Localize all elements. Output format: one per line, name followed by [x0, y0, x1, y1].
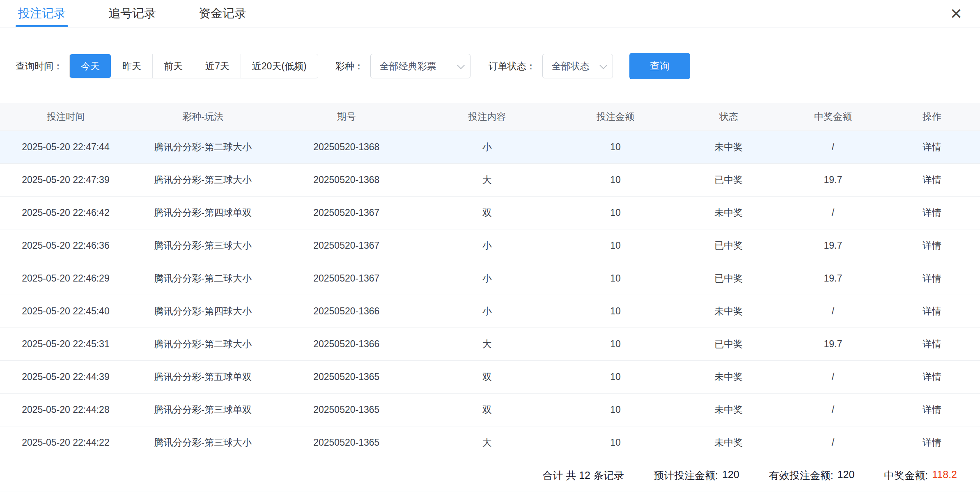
status-cell: 未中奖	[675, 393, 782, 426]
header-game-play: 彩种-玩法	[131, 103, 275, 131]
bet-amount-cell: 10	[555, 393, 675, 426]
close-icon[interactable]: ×	[950, 4, 962, 23]
time-option-last20days[interactable]: 近20天(低频)	[241, 54, 318, 78]
header-bet-amount: 投注金额	[555, 103, 675, 131]
header-bet-content: 投注内容	[418, 103, 555, 131]
issue-cell: 20250520-1366	[274, 328, 418, 360]
bet-amount-cell: 10	[555, 328, 675, 360]
valid-bet-total: 有效投注金额: 120	[769, 469, 855, 482]
status-cell: 未中奖	[675, 426, 782, 459]
time-option-day-before[interactable]: 前天	[152, 54, 194, 78]
lottery-select-value: 全部经典彩票	[380, 60, 436, 73]
bet-time-cell: 2025-05-20 22:46:36	[0, 229, 131, 262]
time-option-last7days[interactable]: 近7天	[194, 54, 241, 78]
lottery-select[interactable]: 全部经典彩票	[370, 54, 470, 78]
table-row: 2025-05-20 22:46:36 腾讯分分彩-第三球大小 20250520…	[0, 229, 980, 262]
chevron-down-icon	[457, 62, 464, 69]
tab-bet-records[interactable]: 投注记录	[16, 0, 68, 27]
detail-link[interactable]: 详情	[884, 196, 980, 229]
table-row: 2025-05-20 22:44:22 腾讯分分彩-第三球大小 20250520…	[0, 426, 980, 459]
bet-amount-cell: 10	[555, 426, 675, 459]
time-option-yesterday[interactable]: 昨天	[111, 54, 152, 78]
valid-bet-total-value: 120	[838, 469, 855, 482]
bet-content-cell: 小	[418, 229, 555, 262]
status-cell: 已中奖	[675, 328, 782, 360]
detail-link[interactable]: 详情	[884, 131, 980, 163]
tab-chase-records-label: 追号记录	[108, 5, 156, 22]
bet-time-cell: 2025-05-20 22:44:28	[0, 393, 131, 426]
issue-cell: 20250520-1368	[274, 163, 418, 196]
detail-link[interactable]: 详情	[884, 163, 980, 196]
bet-time-cell: 2025-05-20 22:47:39	[0, 163, 131, 196]
tab-fund-records[interactable]: 资金记录	[196, 0, 249, 27]
detail-link[interactable]: 详情	[884, 229, 980, 262]
status-cell: 已中奖	[675, 163, 782, 196]
totals-bar: 合计 共 12 条记录 预计投注金额: 120 有效投注金额: 120 中奖金额…	[0, 459, 980, 492]
header-win-amount: 中奖金额	[782, 103, 884, 131]
issue-cell: 20250520-1365	[274, 360, 418, 393]
win-amount-cell: /	[782, 360, 884, 393]
detail-link[interactable]: 详情	[884, 360, 980, 393]
win-amount-cell: /	[782, 393, 884, 426]
bet-amount-cell: 10	[555, 163, 675, 196]
bet-records-panel: 投注记录 追号记录 资金记录 × 查询时间： 今天 昨天 前天 近7天 近20天…	[0, 0, 980, 492]
win-amount-cell: 19.7	[782, 262, 884, 295]
bet-time-cell: 2025-05-20 22:45:40	[0, 295, 131, 328]
status-cell: 未中奖	[675, 131, 782, 163]
bet-content-cell: 小	[418, 131, 555, 163]
win-amount-cell: /	[782, 196, 884, 229]
header-status: 状态	[675, 103, 782, 131]
status-cell: 已中奖	[675, 262, 782, 295]
bet-content-cell: 双	[418, 196, 555, 229]
game-play-cell: 腾讯分分彩-第二球大小	[131, 262, 275, 295]
bet-amount-cell: 10	[555, 131, 675, 163]
chevron-down-icon	[599, 62, 607, 69]
bet-time-cell: 2025-05-20 22:45:31	[0, 328, 131, 360]
expected-bet-total: 预计投注金额: 120	[654, 469, 739, 482]
tab-chase-records[interactable]: 追号记录	[106, 0, 158, 27]
table-body: 2025-05-20 22:47:44 腾讯分分彩-第二球大小 20250520…	[0, 131, 980, 459]
table-row: 2025-05-20 22:47:44 腾讯分分彩-第二球大小 20250520…	[0, 131, 980, 163]
game-play-cell: 腾讯分分彩-第三球单双	[131, 393, 275, 426]
win-amount-cell: /	[782, 131, 884, 163]
status-cell: 已中奖	[675, 229, 782, 262]
win-amount-cell: 19.7	[782, 163, 884, 196]
table-row: 2025-05-20 22:45:31 腾讯分分彩-第二球大小 20250520…	[0, 328, 980, 360]
bet-time-cell: 2025-05-20 22:46:29	[0, 262, 131, 295]
game-play-cell: 腾讯分分彩-第二球大小	[131, 328, 275, 360]
time-option-today[interactable]: 今天	[70, 54, 111, 78]
time-filter-label: 查询时间：	[16, 60, 63, 73]
expected-bet-total-label: 预计投注金额:	[654, 469, 718, 482]
bet-time-cell: 2025-05-20 22:44:39	[0, 360, 131, 393]
game-play-cell: 腾讯分分彩-第五球单双	[131, 360, 275, 393]
header-issue: 期号	[274, 103, 418, 131]
bet-time-cell: 2025-05-20 22:46:42	[0, 196, 131, 229]
tab-bet-records-label: 投注记录	[18, 5, 66, 22]
table-row: 2025-05-20 22:44:39 腾讯分分彩-第五球单双 20250520…	[0, 360, 980, 393]
issue-cell: 20250520-1367	[274, 262, 418, 295]
bet-time-cell: 2025-05-20 22:47:44	[0, 131, 131, 163]
win-total-value: 118.2	[932, 469, 957, 482]
query-button[interactable]: 查询	[629, 53, 690, 79]
status-cell: 未中奖	[675, 360, 782, 393]
detail-link[interactable]: 详情	[884, 262, 980, 295]
order-status-select[interactable]: 全部状态	[542, 54, 613, 78]
table-header: 投注时间 彩种-玩法 期号 投注内容 投注金额 状态 中奖金额 操作	[0, 103, 980, 131]
detail-link[interactable]: 详情	[884, 328, 980, 360]
header-bet-time: 投注时间	[0, 103, 131, 131]
bet-amount-cell: 10	[555, 262, 675, 295]
table-row: 2025-05-20 22:47:39 腾讯分分彩-第三球大小 20250520…	[0, 163, 980, 196]
bet-content-cell: 大	[418, 426, 555, 459]
bet-content-cell: 大	[418, 163, 555, 196]
detail-link[interactable]: 详情	[884, 426, 980, 459]
order-status-filter-label: 订单状态：	[489, 60, 536, 73]
detail-link[interactable]: 详情	[884, 295, 980, 328]
issue-cell: 20250520-1365	[274, 393, 418, 426]
issue-cell: 20250520-1368	[274, 131, 418, 163]
win-total-label: 中奖金额:	[884, 469, 928, 482]
table-row: 2025-05-20 22:44:28 腾讯分分彩-第三球单双 20250520…	[0, 393, 980, 426]
detail-link[interactable]: 详情	[884, 393, 980, 426]
issue-cell: 20250520-1366	[274, 295, 418, 328]
game-play-cell: 腾讯分分彩-第四球大小	[131, 295, 275, 328]
time-range-group: 今天 昨天 前天 近7天 近20天(低频)	[69, 54, 318, 78]
